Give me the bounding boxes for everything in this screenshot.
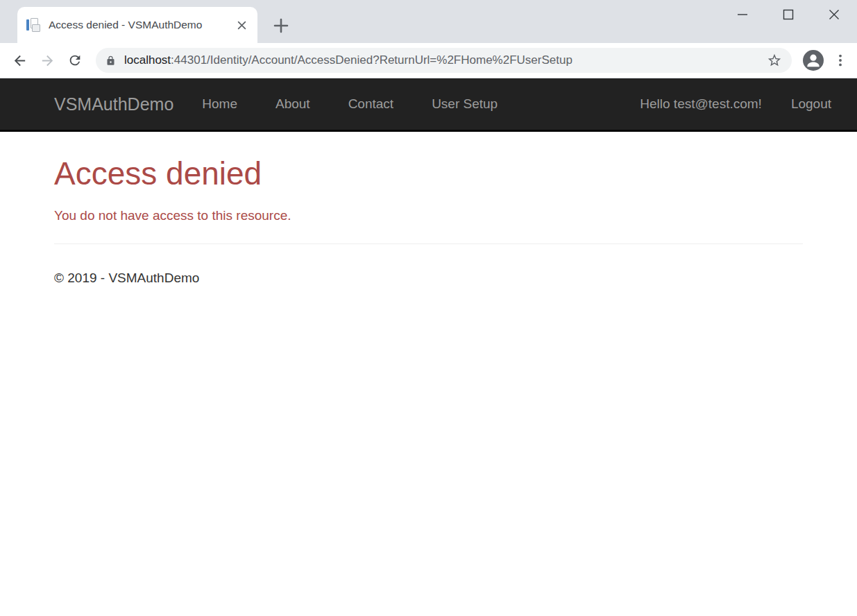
url-path: :44301/Identity/Account/AccessDenied?Ret…	[171, 53, 572, 67]
site-navbar: VSMAuthDemo Home About Contact User Setu…	[0, 78, 857, 132]
bookmark-star-icon[interactable]	[764, 50, 785, 71]
tab-title: Access denied - VSMAuthDemo	[49, 19, 234, 31]
nav-link-user-setup[interactable]: User Setup	[432, 96, 498, 111]
copyright-text: © 2019 - VSMAuthDemo	[54, 271, 803, 286]
nav-link-contact[interactable]: Contact	[348, 96, 393, 111]
nav-item-home[interactable]: Home	[202, 96, 237, 112]
forward-button[interactable]	[33, 46, 61, 74]
back-button[interactable]	[6, 46, 33, 74]
page-title: Access denied	[54, 156, 803, 191]
tab-strip: Access denied - VSMAuthDemo	[0, 0, 857, 43]
close-window-button[interactable]	[811, 0, 857, 29]
address-bar[interactable]: localhost:44301/Identity/Account/AccessD…	[96, 48, 792, 73]
nav-item-about[interactable]: About	[275, 96, 310, 112]
navbar-account-section: Hello test@test.com! Logout	[640, 96, 831, 112]
nav-link-home[interactable]: Home	[202, 96, 237, 111]
browser-toolbar: localhost:44301/Identity/Account/AccessD…	[0, 43, 857, 78]
access-denied-message: You do not have access to this resource.	[54, 208, 803, 223]
page-viewport: VSMAuthDemo Home About Contact User Setu…	[0, 78, 857, 615]
nav-item-user-setup[interactable]: User Setup	[432, 96, 498, 112]
main-content: Access denied You do not have access to …	[0, 132, 857, 286]
minimize-button[interactable]	[720, 0, 765, 29]
user-greeting-link[interactable]: Hello test@test.com!	[640, 96, 762, 112]
footer-divider	[54, 243, 803, 244]
reload-button[interactable]	[61, 46, 89, 74]
nav-item-contact[interactable]: Contact	[348, 96, 393, 112]
lock-icon[interactable]	[105, 55, 116, 67]
new-tab-button[interactable]	[271, 16, 291, 35]
tab-close-icon[interactable]	[234, 17, 249, 33]
browser-window: Access denied - VSMAuthDemo	[0, 0, 857, 616]
navbar-links: Home About Contact User Setup	[202, 96, 498, 112]
navbar-brand[interactable]: VSMAuthDemo	[54, 94, 173, 114]
page-favicon-icon	[26, 18, 40, 33]
logout-button[interactable]: Logout	[791, 96, 831, 112]
url-text[interactable]: localhost:44301/Identity/Account/AccessD…	[124, 53, 764, 67]
three-dot-menu-icon[interactable]	[831, 49, 850, 72]
nav-link-about[interactable]: About	[275, 96, 310, 111]
browser-tab[interactable]: Access denied - VSMAuthDemo	[17, 7, 257, 43]
site-footer: © 2019 - VSMAuthDemo	[54, 271, 803, 286]
window-controls	[720, 0, 857, 29]
url-host: localhost	[124, 53, 171, 67]
profile-avatar-icon[interactable]	[801, 49, 825, 72]
maximize-button[interactable]	[765, 0, 811, 29]
